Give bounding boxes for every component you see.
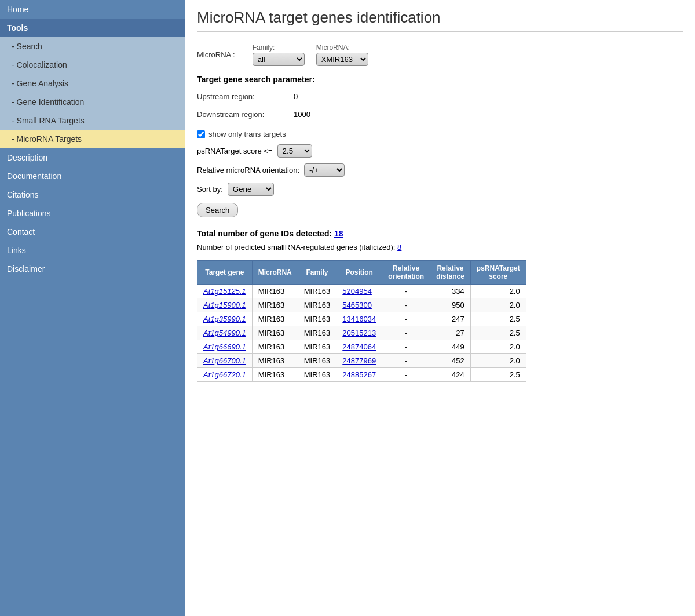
orientation-cell: - xyxy=(382,312,430,326)
orientation-row: Relative microRNA orientation: -/+ + - xyxy=(197,163,683,177)
total-genes-link[interactable]: 18 xyxy=(334,229,343,238)
mirna-cell: MIR163 xyxy=(252,354,298,368)
predicted-genes-link[interactable]: 8 xyxy=(397,243,401,251)
gene-cell[interactable]: At1g66690.1 xyxy=(197,340,253,354)
upstream-label: Upstream region: xyxy=(197,92,284,101)
gene-cell[interactable]: At1g66700.1 xyxy=(197,354,253,368)
distance-cell: 424 xyxy=(430,368,471,382)
gene-cell[interactable]: At1g15125.1 xyxy=(197,285,253,298)
distance-cell: 247 xyxy=(430,312,471,326)
mirna-cell: MIR163 xyxy=(252,368,298,382)
gene-cell[interactable]: At1g66720.1 xyxy=(197,368,253,382)
orientation-cell: - xyxy=(382,298,430,312)
col-header-position: Position xyxy=(336,261,382,285)
family-cell: MIR163 xyxy=(298,354,336,368)
param-title: Target gene search parameter: xyxy=(197,75,683,84)
mirna-cell: MIR163 xyxy=(252,326,298,340)
orientation-select[interactable]: -/+ + - xyxy=(304,163,345,177)
orientation-cell: - xyxy=(382,285,430,298)
table-row: At1g66700.1MIR163MIR16324877969-4522.0 xyxy=(197,354,526,368)
table-row: At1g15900.1MIR163MIR1635465300-9502.0 xyxy=(197,298,526,312)
sidebar-item-contact[interactable]: Contact xyxy=(0,223,185,241)
orientation-cell: - xyxy=(382,368,430,382)
position-cell[interactable]: 20515213 xyxy=(336,326,382,340)
orientation-cell: - xyxy=(382,326,430,340)
family-label: Family: xyxy=(253,43,305,52)
total-genes-label: Total number of gene IDs detected: 18 xyxy=(197,229,683,238)
orientation-cell: - xyxy=(382,340,430,354)
table-row: At1g66720.1MIR163MIR16324885267-4242.5 xyxy=(197,368,526,382)
mirna-cell: MIR163 xyxy=(252,298,298,312)
mirna-row-label: MicroRNA : xyxy=(197,50,235,59)
score-label: psRNATarget score <= xyxy=(197,147,273,155)
mirna-cell: MIR163 xyxy=(252,340,298,354)
distance-cell: 452 xyxy=(430,354,471,368)
results-table: Target gene MicroRNA Family Position Rel… xyxy=(197,260,526,382)
trans-targets-checkbox[interactable] xyxy=(197,130,205,138)
gene-cell[interactable]: At1g15900.1 xyxy=(197,298,253,312)
sidebar-item-gene-analysis[interactable]: - Gene Analysis xyxy=(0,74,185,93)
score-select[interactable]: 2.5 3.0 3.5 4.0 xyxy=(277,144,312,158)
sidebar-item-disclaimer[interactable]: Disclaimer xyxy=(0,260,185,278)
score-cell: 2.5 xyxy=(470,368,526,382)
family-cell: MIR163 xyxy=(298,312,336,326)
col-header-score: psRNATargetscore xyxy=(470,261,526,285)
family-cell: MIR163 xyxy=(298,285,336,298)
upstream-input[interactable] xyxy=(290,90,359,103)
orientation-cell: - xyxy=(382,354,430,368)
search-button[interactable]: Search xyxy=(197,203,238,217)
col-header-family: Family xyxy=(298,261,336,285)
sidebar-item-citations[interactable]: Citations xyxy=(0,185,185,204)
upstream-row: Upstream region: xyxy=(197,90,683,103)
downstream-input[interactable] xyxy=(290,108,359,121)
sidebar: Home Tools - Search - Colocalization - G… xyxy=(0,0,185,616)
mirna-cell: MIR163 xyxy=(252,285,298,298)
sortby-row: Sort by: Gene Score Position xyxy=(197,183,683,196)
checkbox-row: show only trans targets xyxy=(197,130,683,138)
score-row: psRNATarget score <= 2.5 3.0 3.5 4.0 xyxy=(197,144,683,158)
sidebar-item-home[interactable]: Home xyxy=(0,0,185,19)
sidebar-item-documentation[interactable]: Documentation xyxy=(0,167,185,185)
position-cell[interactable]: 24885267 xyxy=(336,368,382,382)
table-row: At1g15125.1MIR163MIR1635204954-3342.0 xyxy=(197,285,526,298)
position-cell[interactable]: 5465300 xyxy=(336,298,382,312)
trans-targets-label: show only trans targets xyxy=(209,130,286,138)
score-cell: 2.0 xyxy=(470,340,526,354)
sidebar-item-mirna-targets[interactable]: - MicroRNA Targets xyxy=(0,130,185,148)
col-header-gene: Target gene xyxy=(197,261,253,285)
sidebar-item-colocalization[interactable]: - Colocalization xyxy=(0,56,185,74)
mirna-select-label: MicroRNA: xyxy=(316,43,368,52)
sidebar-item-tools[interactable]: Tools xyxy=(0,19,185,37)
param-section: Target gene search parameter: Upstream r… xyxy=(197,75,683,121)
sidebar-item-search[interactable]: - Search xyxy=(0,37,185,56)
page-title: MicroRNA target genes identification xyxy=(197,9,683,32)
table-row: At1g54990.1MIR163MIR16320515213-272.5 xyxy=(197,326,526,340)
mirna-selector-row: MicroRNA : Family: all MicroRNA: XMIR163 xyxy=(197,43,683,66)
col-header-mirna: MicroRNA xyxy=(252,261,298,285)
sidebar-item-description[interactable]: Description xyxy=(0,148,185,167)
downstream-label: Downstream region: xyxy=(197,110,284,119)
distance-cell: 27 xyxy=(430,326,471,340)
score-cell: 2.5 xyxy=(470,326,526,340)
sidebar-item-publications[interactable]: Publications xyxy=(0,204,185,223)
sortby-select[interactable]: Gene Score Position xyxy=(228,183,274,196)
position-cell[interactable]: 24874064 xyxy=(336,340,382,354)
mirna-select[interactable]: XMIR163 xyxy=(316,53,368,66)
score-cell: 2.5 xyxy=(470,312,526,326)
family-select[interactable]: all xyxy=(253,53,305,66)
sidebar-item-small-rna-targets[interactable]: - Small RNA Targets xyxy=(0,111,185,130)
position-cell[interactable]: 24877969 xyxy=(336,354,382,368)
family-cell: MIR163 xyxy=(298,326,336,340)
family-cell: MIR163 xyxy=(298,340,336,354)
position-cell[interactable]: 13416034 xyxy=(336,312,382,326)
sidebar-item-links[interactable]: Links xyxy=(0,241,185,260)
table-row: At1g35990.1MIR163MIR16313416034-2472.5 xyxy=(197,312,526,326)
distance-cell: 950 xyxy=(430,298,471,312)
gene-cell[interactable]: At1g54990.1 xyxy=(197,326,253,340)
col-header-orientation: Relativeorientation xyxy=(382,261,430,285)
position-cell[interactable]: 5204954 xyxy=(336,285,382,298)
results-section: Total number of gene IDs detected: 18 Nu… xyxy=(197,229,683,382)
distance-cell: 334 xyxy=(430,285,471,298)
gene-cell[interactable]: At1g35990.1 xyxy=(197,312,253,326)
sidebar-item-gene-identification[interactable]: - Gene Identification xyxy=(0,93,185,111)
